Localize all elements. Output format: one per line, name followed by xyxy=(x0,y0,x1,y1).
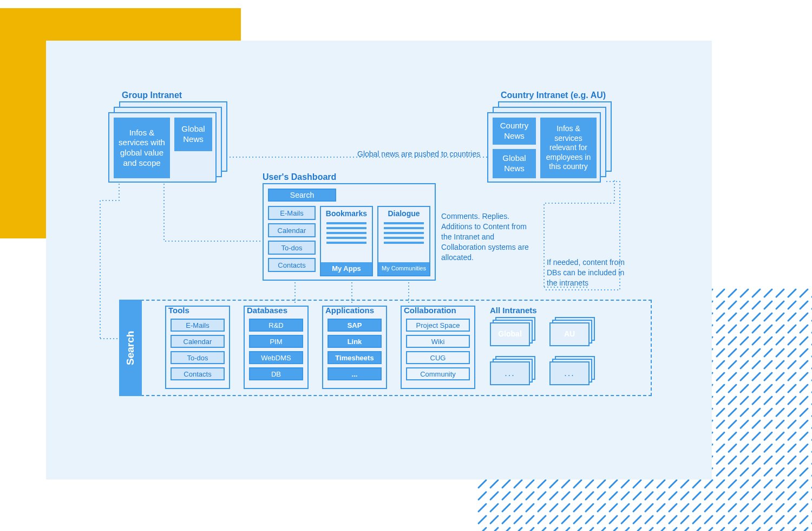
group-info-card: Infos & services with global value and s… xyxy=(114,118,170,178)
dashboard-box: Search E-Mails Calendar To-dos Contacts … xyxy=(263,183,436,281)
db-item-0[interactable]: R&D xyxy=(249,319,303,332)
dashboard-search[interactable]: Search xyxy=(268,189,336,202)
note-allocate: Comments. Replies. Additions to Content … xyxy=(441,211,539,262)
stack-au-label[interactable]: AU xyxy=(549,322,590,346)
tools-item-2[interactable]: To-dos xyxy=(171,351,225,364)
stack-global: Global xyxy=(490,317,536,347)
bookmark-lines xyxy=(321,218,372,245)
stack-au: AU xyxy=(549,317,596,347)
country-global-news-card: Global News xyxy=(493,149,536,178)
all-intranets-title: All Intranets xyxy=(490,306,537,315)
dashboard-contacts[interactable]: Contacts xyxy=(268,258,316,272)
app-item-2[interactable]: Timesheets xyxy=(328,351,382,364)
databases-title: Databases xyxy=(247,306,287,315)
db-item-1[interactable]: PIM xyxy=(249,335,303,348)
applications-box: Applications SAP Link Timesheets ... xyxy=(322,306,387,389)
stack-more-1: ... xyxy=(490,356,536,386)
note-db: If needed, content from DBs can be inclu… xyxy=(547,257,628,288)
collab-item-2[interactable]: CUG xyxy=(406,351,470,364)
dashboard-todos[interactable]: To-dos xyxy=(268,241,316,255)
dashboard-mycommunities[interactable]: My Communities xyxy=(378,262,429,275)
country-info-card: Infos & services relevant for employees … xyxy=(540,118,597,178)
tools-item-1[interactable]: Calendar xyxy=(171,335,225,348)
dashboard-bookmarks: Bookmarks My Apps xyxy=(320,206,373,276)
tools-item-0[interactable]: E-Mails xyxy=(171,319,225,332)
app-item-1[interactable]: Link xyxy=(328,335,382,348)
applications-title: Applications xyxy=(325,306,374,315)
note-global-news-push: Global news are pushed to countries xyxy=(357,149,480,159)
dashboard-bookmarks-title: Bookmarks xyxy=(321,207,372,218)
tools-title: Tools xyxy=(168,306,189,315)
db-item-2[interactable]: WebDMS xyxy=(249,351,303,364)
stack-more-1-label[interactable]: ... xyxy=(490,361,530,385)
collab-item-0[interactable]: Project Space xyxy=(406,319,470,332)
db-item-3[interactable]: DB xyxy=(249,367,303,380)
databases-box: Databases R&D PIM WebDMS DB xyxy=(244,306,309,389)
dashboard-dialogue-title: Dialogue xyxy=(378,207,429,218)
tools-item-3[interactable]: Contacts xyxy=(171,367,225,380)
app-item-0[interactable]: SAP xyxy=(328,319,382,332)
diagram-canvas: Group Intranet Infos & services with glo… xyxy=(46,41,712,480)
dialogue-lines xyxy=(378,218,429,245)
collab-item-1[interactable]: Wiki xyxy=(406,335,470,348)
stack-global-label[interactable]: Global xyxy=(490,322,530,346)
country-intranet-title: Country Intranet (e.g. AU) xyxy=(501,90,606,100)
group-news-card: Global News xyxy=(174,118,212,151)
dashboard-myapps[interactable]: My Apps xyxy=(321,262,372,275)
bottom-search-bar[interactable]: Search xyxy=(119,300,142,396)
stack-more-2-label[interactable]: ... xyxy=(549,361,590,385)
tools-box: Tools E-Mails Calendar To-dos Contacts xyxy=(165,306,230,389)
collaboration-title: Collaboration xyxy=(404,306,456,315)
stack-more-2: ... xyxy=(549,356,596,386)
collaboration-box: Collaboration Project Space Wiki CUG Com… xyxy=(401,306,475,389)
dashboard-col1: E-Mails Calendar To-dos Contacts xyxy=(268,206,316,272)
dashboard-calendar[interactable]: Calendar xyxy=(268,223,316,237)
country-news-card: Country News xyxy=(493,118,536,145)
dashboard-emails[interactable]: E-Mails xyxy=(268,206,316,220)
dashboard-title: User's Dashboard xyxy=(263,172,336,182)
group-intranet-stack: Infos & services with global value and s… xyxy=(108,101,227,183)
stage: Group Intranet Infos & services with glo… xyxy=(0,0,812,531)
app-item-3[interactable]: ... xyxy=(328,367,382,380)
group-intranet-title: Group Intranet xyxy=(122,90,182,100)
collab-item-3[interactable]: Community xyxy=(406,367,470,380)
dashboard-dialogue: Dialogue My Communities xyxy=(377,206,430,276)
country-intranet-stack: Country News Global News Infos & service… xyxy=(487,101,617,183)
